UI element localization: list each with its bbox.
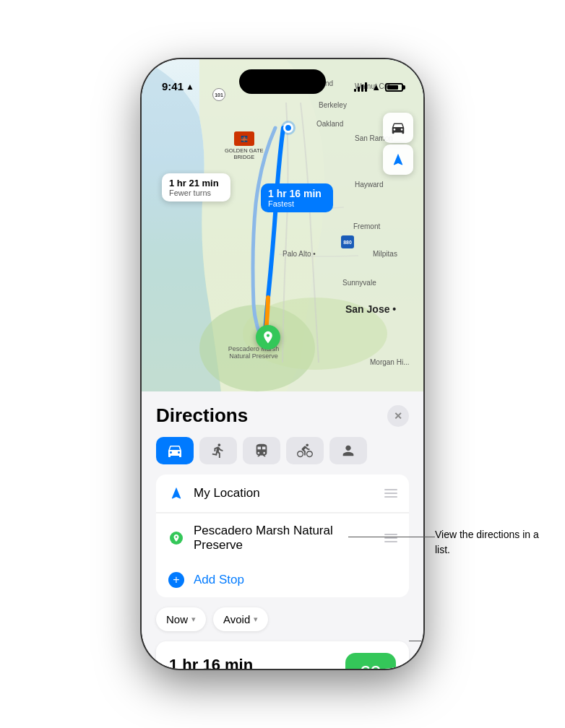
annotation-line: [409, 641, 423, 641]
origin-icon: [168, 485, 185, 502]
close-icon: ✕: [394, 410, 402, 422]
time-filter-label: Now: [166, 613, 188, 625]
current-location-dot: [283, 123, 293, 133]
origin-text: My Location: [194, 486, 376, 500]
route-card-1[interactable]: 1 hr 16 min 73 km · Fastest route GO: [156, 641, 409, 669]
transport-tab-transit[interactable]: [243, 437, 280, 464]
route-inputs: My Location Pes: [156, 474, 409, 597]
signal-icon: [354, 83, 367, 92]
fastest-route-time: 1 hr 16 min: [268, 188, 326, 199]
status-icons: ▲: [354, 82, 403, 92]
status-time: 9:41 ▲: [162, 80, 194, 92]
add-stop-icon: +: [168, 571, 185, 589]
location-button[interactable]: [383, 144, 413, 175]
phone-frame: 9:41 ▲ ▲: [142, 59, 423, 669]
avoid-chevron-icon: ▾: [254, 615, 258, 624]
walk-icon: [210, 443, 226, 459]
directions-title: Directions: [156, 404, 248, 427]
time-chevron-icon: ▾: [191, 615, 196, 624]
battery-icon: [385, 83, 403, 92]
phone-screen: 9:41 ▲ ▲: [142, 59, 423, 669]
fastest-route-label: Fastest: [268, 199, 326, 208]
transport-tab-drive[interactable]: [156, 437, 194, 464]
golden-gate-label: GOLDEN GATEBRIDGE: [225, 147, 264, 160]
tree-icon: [261, 330, 275, 344]
destination-text: Pescadero Marsh Natural Preserve: [194, 524, 376, 552]
location-arrow-icon: [391, 152, 405, 167]
avoid-filter-label: Avoid: [223, 613, 250, 625]
transport-tab-bike[interactable]: [286, 437, 324, 464]
alt-route-callout[interactable]: 1 hr 21 min Fewer turns: [162, 173, 230, 202]
person-icon: [340, 443, 356, 459]
directions-header: Directions ✕: [156, 404, 409, 427]
avoid-filter-button[interactable]: Avoid ▾: [213, 607, 268, 631]
origin-drag-handle[interactable]: [384, 489, 397, 498]
drive-icon: [166, 442, 184, 459]
annotation-text: View the directions in a list.: [435, 527, 551, 558]
origin-row[interactable]: My Location: [156, 474, 409, 513]
drive-mode-button[interactable]: [383, 113, 413, 143]
map-area[interactable]: Richmond Berkeley Walnut Cre... Oakland …: [142, 59, 423, 391]
dynamic-island: [239, 69, 326, 94]
destination-icon: [168, 529, 185, 547]
destination-drag-handle[interactable]: [384, 534, 397, 542]
annotation-label: View the directions in a list.: [435, 529, 539, 555]
destination-row[interactable]: Pescadero Marsh Natural Preserve: [156, 513, 409, 563]
transit-icon: [254, 443, 269, 459]
golden-gate-icon: 🌉: [234, 131, 254, 146]
directions-panel: Directions ✕: [142, 393, 423, 669]
add-stop-text: Add Stop: [194, 573, 244, 587]
add-stop-row[interactable]: + Add Stop: [156, 563, 409, 597]
route-card-1-info: 1 hr 16 min 73 km · Fastest route: [169, 656, 257, 670]
destination-marker: [256, 325, 280, 350]
destination-dot: [170, 532, 183, 545]
transport-tab-custom[interactable]: [329, 437, 367, 464]
alt-route-label: Fewer turns: [169, 188, 223, 197]
location-arrow-icon: ▲: [186, 82, 194, 92]
car-icon: [390, 120, 406, 136]
map-controls: [383, 113, 413, 175]
fastest-route-callout[interactable]: 1 hr 16 min Fastest: [261, 183, 333, 212]
bike-icon: [297, 443, 313, 459]
location-fill-icon: [169, 486, 184, 500]
transport-tab-walk[interactable]: [199, 437, 237, 464]
destination-plus-icon: [172, 534, 181, 542]
alt-route-time: 1 hr 21 min: [169, 178, 223, 188]
wifi-icon: ▲: [371, 82, 381, 92]
main-route-line: [142, 59, 423, 391]
time-label: 9:41: [162, 80, 184, 92]
route-1-time: 1 hr 16 min: [169, 656, 257, 670]
close-button[interactable]: ✕: [387, 405, 409, 427]
transport-tabs: [156, 437, 409, 464]
golden-gate-marker: 🌉 GOLDEN GATEBRIDGE: [225, 131, 264, 160]
filter-row: Now ▾ Avoid ▾: [156, 607, 409, 631]
route-shield-880: 880: [341, 235, 354, 248]
go-button-1[interactable]: GO: [345, 653, 396, 669]
annotation-indicator: [156, 641, 409, 642]
time-filter-button[interactable]: Now ▾: [156, 607, 206, 631]
plus-circle-icon: +: [168, 572, 184, 588]
